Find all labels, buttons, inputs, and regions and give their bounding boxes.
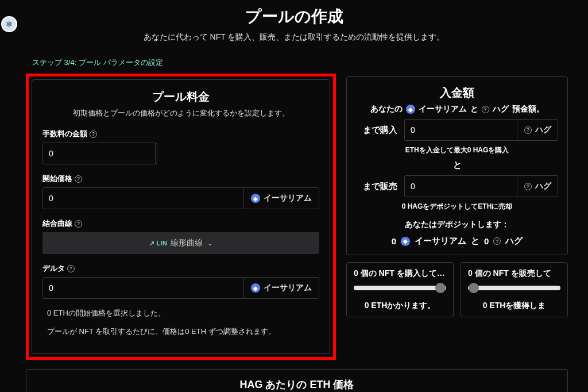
start-price-input[interactable] xyxy=(43,188,243,209)
bonding-curve-field: 結合曲線 ? ↗ LIN 線形曲線 ⌄ xyxy=(42,218,319,254)
ethereum-icon: ◆ xyxy=(251,194,260,203)
eth-label: イーサリアム xyxy=(264,193,312,203)
avatar: ❄ xyxy=(1,16,17,32)
fee-label: 手数料の金額 xyxy=(42,129,87,139)
sell-input[interactable] xyxy=(405,176,517,197)
fee-suffix: % xyxy=(155,143,157,164)
eth-label: イーサリアム xyxy=(415,236,466,247)
deposit-title: 入金額 xyxy=(356,85,558,101)
delta-field: デルタ ? ◆ イーサリアム xyxy=(42,263,319,299)
sell-suffix: ? ハグ xyxy=(517,176,558,197)
and-separator: と xyxy=(356,160,558,171)
sell-label: まで販売 xyxy=(356,181,397,192)
pricing-panel: プール料金 初期価格とプールの価格がどのように変化するかを設定します。 手数料の… xyxy=(32,79,330,354)
buy-note: ETHを入金して最大0 HAGを購入 xyxy=(356,145,558,155)
selling-slider[interactable] xyxy=(468,286,560,290)
help-icon[interactable]: ? xyxy=(524,126,532,134)
step-indicator: ステップ 3/4: プール パラメータの設定 xyxy=(32,57,588,68)
selling-card: 0 個の NFT を販売して 0 ETHを獲得しま xyxy=(461,262,568,317)
help-icon[interactable]: ? xyxy=(524,183,532,190)
ethereum-icon: ◆ xyxy=(406,105,415,114)
and-word: と xyxy=(470,104,478,114)
sub-prefix: あなたの xyxy=(370,104,403,114)
eth-label: イーサリアム xyxy=(419,104,467,114)
pricing-title: プール料金 xyxy=(42,89,319,105)
hag-label: ハグ xyxy=(493,104,509,114)
eth-label: イーサリアム xyxy=(264,283,312,293)
buying-bottom: 0 ETHかかります。 xyxy=(354,301,446,311)
page-subtitle: あなたに代わって NFT を購入、販売、または取引するための流動性を提供します。 xyxy=(0,32,588,43)
help-icon[interactable]: ? xyxy=(482,106,489,113)
twin-cards: 0 個の NFT を購入しています... 0 ETHかかります。 0 個の NF… xyxy=(346,262,568,317)
fee-input[interactable] xyxy=(43,143,155,164)
help-icon[interactable]: ? xyxy=(67,265,75,272)
fee-input-row: % xyxy=(42,143,157,164)
help-icon[interactable]: ? xyxy=(493,237,501,245)
deposit-subtitle: あなたの ◆ イーサリアム と ? ハグ 預金額。 xyxy=(356,104,558,114)
page-header: プールの作成 あなたに代わって NFT を購入、販売、または取引するための流動性… xyxy=(0,0,588,47)
bonding-curve-label: 結合曲線 xyxy=(42,218,72,229)
content-row: プール料金 初期価格とプールの価格がどのように変化するかを設定します。 手数料の… xyxy=(0,74,588,360)
pricing-info-1: 0 ETHの開始価格を選択しました。 xyxy=(47,308,315,318)
buying-slider[interactable] xyxy=(354,286,446,290)
pricing-info-2: プールが NFT を取引するたびに、価格は0 ETH ずつ調整されます。 xyxy=(47,326,315,337)
sell-input-row: ? ハグ xyxy=(404,175,558,197)
buying-title: 0 個の NFT を購入しています... xyxy=(354,268,446,279)
buy-input[interactable] xyxy=(405,120,517,140)
price-chart-title: HAG あたりの ETH 価格 xyxy=(26,378,567,391)
sub-suffix: 預金額。 xyxy=(512,104,544,114)
start-price-label: 開始価格 xyxy=(42,174,72,184)
sell-row: まで販売 ? ハグ xyxy=(356,175,558,197)
curve-value: 線形曲線 xyxy=(171,238,203,248)
hag-label: ハグ xyxy=(535,181,551,191)
hag-label: ハグ xyxy=(505,236,523,247)
sell-note: 0 HAGをデポジットしてETHに売却 xyxy=(356,202,558,212)
start-price-field: 開始価格 ? ◆ イーサリアム xyxy=(42,174,319,209)
ethereum-icon: ◆ xyxy=(401,237,410,246)
deposit-summary-title: あなたはデポジットします： xyxy=(356,220,558,230)
selling-bottom: 0 ETHを獲得しま xyxy=(468,301,560,311)
bonding-curve-select[interactable]: ↗ LIN 線形曲線 ⌄ xyxy=(42,232,319,254)
deposit-summary-values: 0 ◆ イーサリアム と 0 ? ハグ xyxy=(356,236,558,247)
chevron-down-icon: ⌄ xyxy=(207,240,212,247)
help-icon[interactable]: ? xyxy=(75,175,82,183)
deposit-column: 入金額 あなたの ◆ イーサリアム と ? ハグ 預金額。 まで購入 ? ハグ xyxy=(346,76,568,360)
help-icon[interactable]: ? xyxy=(75,220,82,228)
buy-label: まで購入 xyxy=(356,125,397,136)
buy-input-row: ? ハグ xyxy=(404,119,558,141)
slider-thumb[interactable] xyxy=(435,283,446,293)
summary-eth-amount: 0 xyxy=(392,236,396,246)
buy-suffix: ? ハグ xyxy=(517,120,558,140)
pricing-desc: 初期価格とプールの価格がどのように変化するかを設定します。 xyxy=(42,108,319,118)
delta-suffix: ◆ イーサリアム xyxy=(243,278,319,298)
pricing-panel-highlight: プール料金 初期価格とプールの価格がどのように変化するかを設定します。 手数料の… xyxy=(26,74,336,360)
start-price-suffix: ◆ イーサリアム xyxy=(243,188,319,209)
lin-tag: ↗ LIN xyxy=(149,240,167,247)
delta-label: デルタ xyxy=(42,263,65,274)
buy-row: まで購入 ? ハグ xyxy=(356,119,558,141)
and-word: と xyxy=(471,236,479,247)
help-icon[interactable]: ? xyxy=(90,130,97,138)
ethereum-icon: ◆ xyxy=(251,283,260,293)
deposit-panel: 入金額 あなたの ◆ イーサリアム と ? ハグ 預金額。 まで購入 ? ハグ xyxy=(346,76,568,255)
page-title: プールの作成 xyxy=(0,6,588,28)
buying-card: 0 個の NFT を購入しています... 0 ETHかかります。 xyxy=(346,262,454,317)
slider-thumb[interactable] xyxy=(469,283,479,293)
start-price-input-row: ◆ イーサリアム xyxy=(42,187,319,209)
fee-field: 手数料の金額 ? % xyxy=(42,129,319,164)
price-chart-panel: HAG あたりの ETH 価格 xyxy=(26,369,568,392)
delta-input[interactable] xyxy=(43,278,243,298)
summary-hag-amount: 0 xyxy=(484,236,489,246)
selling-title: 0 個の NFT を販売して xyxy=(468,268,560,279)
delta-input-row: ◆ イーサリアム xyxy=(42,277,319,299)
hag-label: ハグ xyxy=(535,125,551,135)
